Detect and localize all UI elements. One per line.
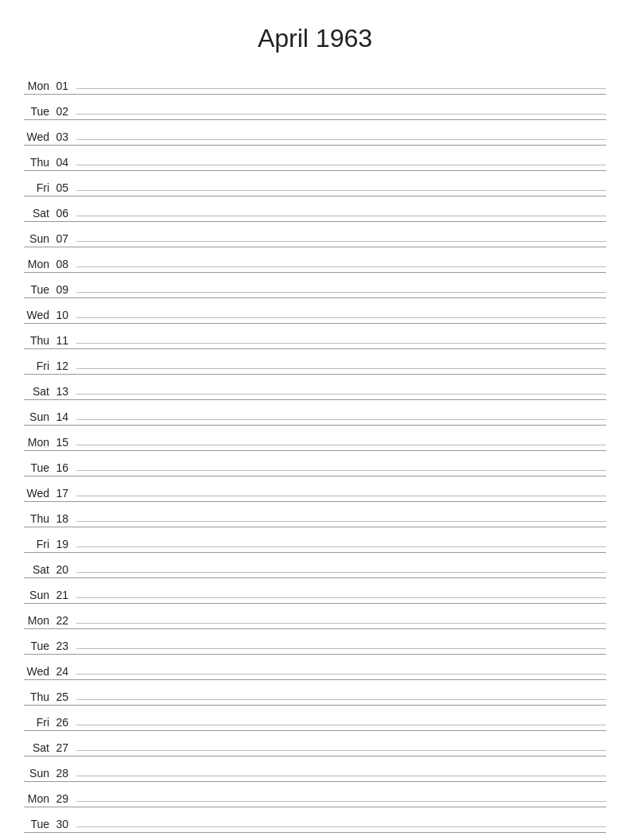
day-name: Fri [24,360,54,372]
calendar-row: Wed03 [24,120,606,146]
page-title: April 1963 [24,24,606,53]
day-number: 19 [54,538,76,550]
day-name: Mon [24,258,54,270]
day-name: Thu [24,690,54,703]
day-number: 21 [54,589,76,601]
calendar-row: Thu11 [24,324,606,349]
calendar-row: Sun14 [24,400,606,426]
day-number: 06 [54,207,76,220]
day-number: 22 [54,614,76,627]
calendar-row: Tue02 [24,95,606,120]
day-name: Mon [24,80,54,92]
day-line [76,572,606,573]
day-name: Mon [24,792,54,805]
day-number: 01 [54,80,76,92]
day-line [76,623,606,624]
day-line [76,674,606,675]
calendar-row: Fri26 [24,706,606,731]
day-line [76,521,606,522]
day-name: Fri [24,716,54,729]
calendar-row: Wed10 [24,298,606,324]
day-name: Fri [24,538,54,550]
day-number: 26 [54,716,76,729]
day-line [76,216,606,216]
day-name: Sat [24,563,54,576]
day-line [76,88,606,89]
day-line [76,597,606,598]
day-number: 23 [54,640,76,652]
day-number: 17 [54,487,76,500]
day-number: 20 [54,563,76,576]
day-line [76,114,606,115]
day-name: Mon [24,614,54,627]
day-name: Mon [24,436,54,449]
day-line [76,190,606,191]
calendar-row: Mon01 [24,69,606,95]
day-number: 11 [54,334,76,347]
day-name: Sat [24,741,54,754]
calendar-row: Sun21 [24,578,606,604]
day-line [76,776,606,776]
day-name: Tue [24,818,54,830]
day-name: Fri [24,181,54,194]
calendar-row: Sat20 [24,553,606,578]
day-line [76,165,606,165]
calendar-row: Sun07 [24,222,606,247]
calendar-row: Sun28 [24,756,606,782]
day-line [76,648,606,649]
day-name: Sun [24,767,54,780]
calendar-row: Mon15 [24,426,606,451]
day-line [76,445,606,445]
day-line [76,699,606,700]
calendar-row: Thu18 [24,502,606,527]
calendar-row: Fri05 [24,171,606,196]
day-number: 27 [54,741,76,754]
calendar-row: Sat13 [24,375,606,400]
day-name: Thu [24,156,54,169]
day-name: Sat [24,207,54,220]
day-number: 13 [54,385,76,398]
calendar-row: Tue16 [24,451,606,476]
day-number: 10 [54,309,76,321]
day-name: Thu [24,334,54,347]
day-line [76,496,606,496]
calendar-row: Wed24 [24,655,606,680]
day-name: Thu [24,512,54,525]
day-line [76,139,606,140]
calendar-row: Mon22 [24,604,606,629]
day-number: 16 [54,461,76,474]
day-line [76,725,606,725]
day-line [76,266,606,267]
day-line [76,826,606,827]
day-name: Sat [24,385,54,398]
calendar-row: Wed17 [24,476,606,502]
day-number: 29 [54,792,76,805]
day-number: 03 [54,130,76,143]
day-number: 28 [54,767,76,780]
day-number: 24 [54,665,76,678]
calendar-row: Mon29 [24,782,606,807]
day-number: 14 [54,410,76,423]
calendar-row: Sat06 [24,196,606,222]
day-line [76,546,606,547]
day-line [76,394,606,395]
day-number: 15 [54,436,76,449]
day-line [76,317,606,318]
day-line [76,368,606,369]
calendar-container: Mon01Tue02Wed03Thu04Fri05Sat06Sun07Mon08… [24,69,606,833]
day-number: 08 [54,258,76,270]
day-line [76,750,606,751]
calendar-row: Tue09 [24,273,606,298]
day-number: 30 [54,818,76,830]
day-name: Sun [24,589,54,601]
day-name: Tue [24,640,54,652]
calendar-row: Sat27 [24,731,606,756]
calendar-row: Mon08 [24,247,606,273]
day-name: Tue [24,461,54,474]
day-name: Wed [24,487,54,500]
day-number: 04 [54,156,76,169]
calendar-row: Thu25 [24,680,606,706]
day-line [76,292,606,293]
day-number: 05 [54,181,76,194]
day-line [76,419,606,420]
